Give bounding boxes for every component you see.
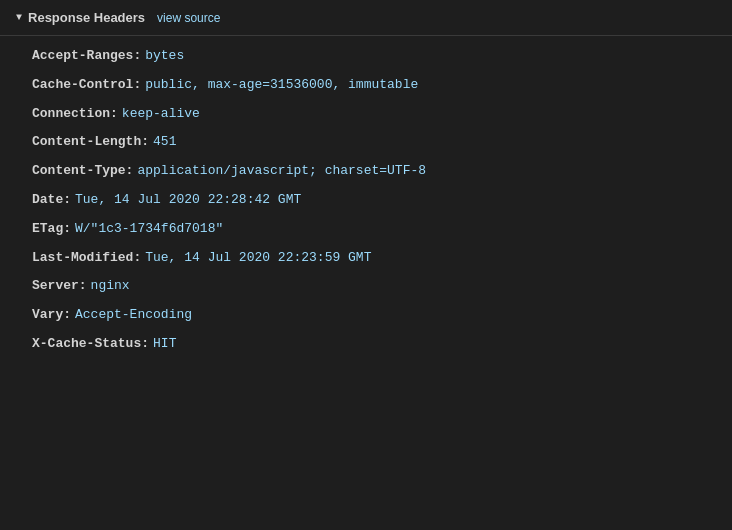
header-name: ETag: [32, 219, 71, 240]
header-name: Connection: [32, 104, 118, 125]
header-value: nginx [91, 276, 130, 297]
header-row: Accept-Ranges: bytes [0, 42, 732, 71]
header-value: HIT [153, 334, 176, 355]
header-value: bytes [145, 46, 184, 67]
panel-title: Response Headers [28, 10, 145, 25]
header-row: Cache-Control: public, max-age=31536000,… [0, 71, 732, 100]
header-name: Last-Modified: [32, 248, 141, 269]
header-row: X-Cache-Status: HIT [0, 330, 732, 359]
header-name: Cache-Control: [32, 75, 141, 96]
header-row: Server: nginx [0, 272, 732, 301]
header-row: Content-Length: 451 [0, 128, 732, 157]
header-row: Connection: keep-alive [0, 100, 732, 129]
header-name: Content-Length: [32, 132, 149, 153]
header-value: keep-alive [122, 104, 200, 125]
header-name: X-Cache-Status: [32, 334, 149, 355]
chevron-down-icon[interactable]: ▼ [16, 12, 22, 23]
panel-header: ▼ Response Headers view source [0, 0, 732, 36]
header-name: Date: [32, 190, 71, 211]
header-value: W/"1c3-1734f6d7018" [75, 219, 223, 240]
header-value: Tue, 14 Jul 2020 22:28:42 GMT [75, 190, 301, 211]
panel-header-left: ▼ Response Headers [16, 10, 145, 25]
header-value: Tue, 14 Jul 2020 22:23:59 GMT [145, 248, 371, 269]
header-row: Content-Type: application/javascript; ch… [0, 157, 732, 186]
header-value: 451 [153, 132, 176, 153]
header-row: Vary: Accept-Encoding [0, 301, 732, 330]
headers-list: Accept-Ranges: bytesCache-Control: publi… [0, 36, 732, 365]
response-headers-panel: ▼ Response Headers view source Accept-Ra… [0, 0, 732, 365]
header-name: Accept-Ranges: [32, 46, 141, 67]
header-name: Server: [32, 276, 87, 297]
header-name: Content-Type: [32, 161, 133, 182]
header-row: ETag: W/"1c3-1734f6d7018" [0, 215, 732, 244]
header-row: Last-Modified: Tue, 14 Jul 2020 22:23:59… [0, 244, 732, 273]
header-row: Date: Tue, 14 Jul 2020 22:28:42 GMT [0, 186, 732, 215]
header-value: public, max-age=31536000, immutable [145, 75, 418, 96]
header-value: application/javascript; charset=UTF-8 [137, 161, 426, 182]
header-name: Vary: [32, 305, 71, 326]
view-source-link[interactable]: view source [157, 11, 220, 25]
header-value: Accept-Encoding [75, 305, 192, 326]
